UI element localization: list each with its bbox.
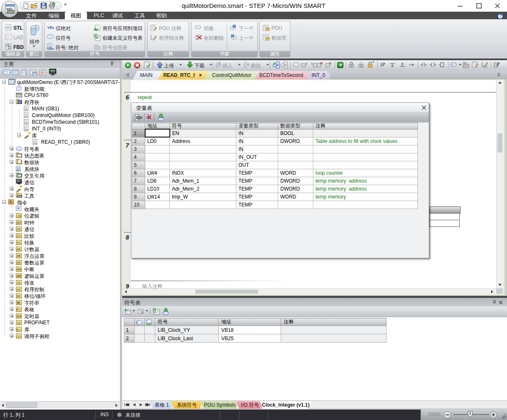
svg-text:HK): HK) xyxy=(483,66,488,69)
svg-text:HK): HK) xyxy=(94,44,98,46)
svg-text:STL: STL xyxy=(6,26,11,29)
svg-text:|-|: |-| xyxy=(6,36,9,39)
